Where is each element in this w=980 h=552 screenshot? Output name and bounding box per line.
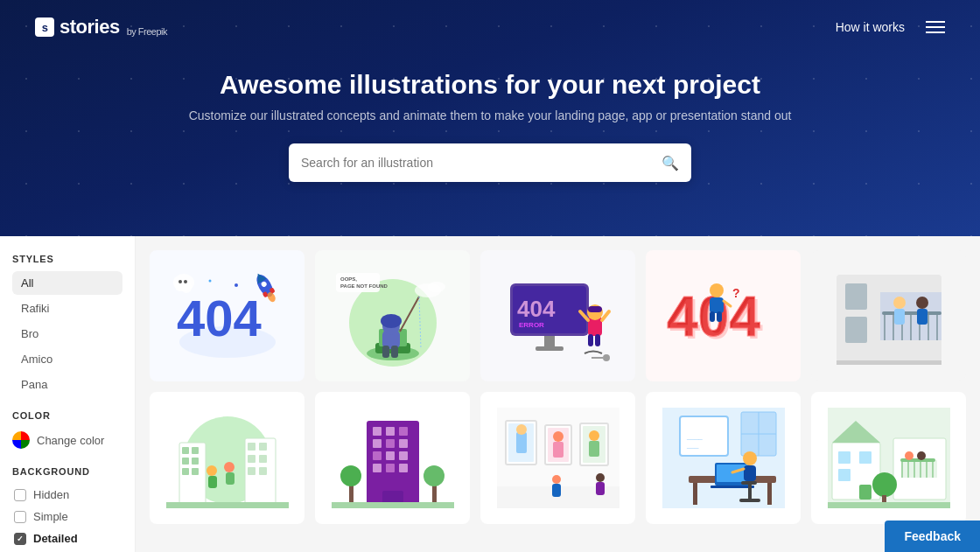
svg-rect-110 [332,502,454,508]
svg-text:____: ____ [686,432,703,440]
card-office-desk[interactable]: ____ ___ [646,392,801,523]
card-purple-building[interactable] [315,392,470,523]
svg-rect-95 [399,427,408,436]
svg-rect-36 [544,336,555,346]
card-balcony-people[interactable] [811,250,966,381]
card-balcony-people-inner [811,250,966,381]
svg-rect-137 [693,483,697,505]
hero-section: s stories by Freepik How it works Awesom… [0,0,980,236]
card-gallery-room[interactable] [480,392,635,523]
svg-rect-163 [900,458,935,462]
svg-rect-141 [710,486,754,488]
card-404-monitor[interactable]: 404 ERROR [480,250,635,381]
svg-rect-91 [166,502,289,508]
svg-point-87 [206,465,217,476]
svg-rect-57 [845,317,867,343]
hamburger-menu[interactable] [926,21,945,33]
svg-rect-145 [741,481,757,485]
main-layout: STYLES All Rafiki Bro Amico Pana COLOR C… [0,236,980,552]
card-404-blue-inner: 404 [150,250,304,381]
svg-rect-66 [882,311,942,315]
svg-rect-24 [391,346,398,358]
svg-point-67 [893,297,906,309]
card-404-fishing[interactable]: 404 [315,250,470,381]
illustration-404-red: 404 404 ? [662,266,785,367]
svg-rect-79 [192,468,199,475]
svg-point-127 [596,473,605,482]
svg-point-89 [224,462,234,472]
sidebar-item-rafiki[interactable]: Rafiki [12,297,122,320]
svg-rect-52 [717,311,722,322]
hero-title: Awesome illustrations for your next proj… [220,70,760,100]
svg-rect-68 [894,309,905,325]
svg-point-167 [917,451,926,460]
svg-rect-96 [373,439,382,448]
svg-point-125 [552,475,561,484]
feedback-button[interactable]: Feedback [885,521,980,552]
svg-rect-104 [399,464,408,472]
svg-rect-94 [386,427,395,436]
svg-rect-90 [226,472,234,485]
card-404-blue[interactable]: 404 [150,250,304,381]
illustration-404-blue: 404 [166,268,289,364]
hamburger-line3 [926,31,945,33]
svg-rect-152 [859,451,872,464]
card-office-desk-inner: ____ ___ [646,392,801,523]
bg-simple[interactable]: Simple [14,506,122,528]
svg-rect-44 [595,334,600,346]
sidebar-item-bro[interactable]: Bro [12,322,122,346]
svg-point-142 [743,451,757,465]
bg-detailed[interactable]: ✓ Detailed [14,528,122,549]
color-label: COLOR [12,410,122,421]
logo-text: stories [60,16,120,38]
sidebar-item-amico[interactable]: Amico [12,347,122,371]
illustration-404-fishing: 404 [332,266,454,367]
svg-text:ERROR: ERROR [519,321,544,329]
sidebar-item-pana[interactable]: Pana [12,373,122,396]
hero-subtitle: Customize our illustrated concepts and a… [189,108,792,122]
logo[interactable]: s stories by Freepik [35,16,167,38]
navigation: s stories by Freepik How it works [35,16,945,38]
svg-point-166 [905,451,914,460]
svg-text:404: 404 [177,290,262,346]
card-building-street-inner [150,392,304,523]
bg-hidden[interactable]: Hidden [14,484,122,506]
svg-point-14 [208,280,211,283]
bg-detailed-label: Detailed [33,532,78,545]
svg-rect-101 [399,451,408,460]
illustration-office-desk: ____ ___ [662,408,785,508]
svg-point-164 [872,472,897,497]
svg-point-11 [178,280,182,283]
sidebar: STYLES All Rafiki Bro Amico Pana COLOR C… [0,236,136,552]
card-gallery-room-inner [480,392,635,523]
svg-point-13 [234,283,238,287]
sidebar-item-all[interactable]: All [12,271,122,295]
svg-rect-88 [208,476,217,488]
svg-rect-76 [182,458,189,465]
card-house-exterior[interactable] [811,392,966,523]
illustration-purple-building [332,408,454,508]
svg-rect-128 [596,482,605,495]
search-input[interactable] [301,156,662,170]
svg-text:___: ___ [686,441,699,449]
svg-rect-40 [588,306,602,312]
background-label: BACKGROUND [12,466,122,477]
svg-rect-82 [259,443,267,451]
svg-point-116 [516,424,527,435]
card-404-red[interactable]: 404 404 ? [646,250,801,381]
change-color-button[interactable]: Change color [12,428,122,452]
svg-rect-154 [859,485,872,500]
illustration-grid: 404 [150,250,966,524]
hamburger-line1 [926,21,945,23]
hamburger-line2 [926,26,945,28]
how-it-works-link[interactable]: How it works [836,20,905,34]
svg-rect-84 [259,455,267,463]
card-building-street[interactable] [150,392,304,523]
svg-rect-71 [836,360,942,365]
svg-rect-86 [259,467,267,475]
logo-sub: by Freepik [127,26,167,37]
svg-rect-78 [182,468,189,475]
svg-rect-23 [382,346,389,358]
svg-rect-124 [589,441,599,457]
svg-point-123 [589,430,599,441]
